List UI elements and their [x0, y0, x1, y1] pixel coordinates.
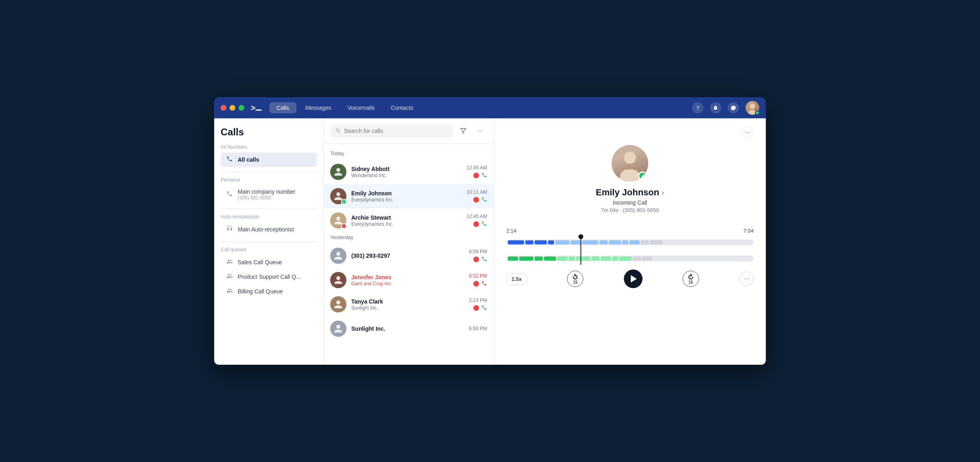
call-time-jennifer: 6:52 PM: [469, 273, 487, 279]
settings-button[interactable]: [728, 102, 739, 113]
avatar-body: [620, 169, 640, 182]
call-avatar-archie: –: [330, 212, 346, 229]
help-icon-button[interactable]: ?: [692, 102, 703, 113]
call-time-unknown: 6:59 PM: [469, 249, 487, 255]
call-meta-sunlight: 6:59 PM: [469, 326, 487, 332]
call-name-jennifer: Jennifer Jones: [351, 274, 464, 280]
notifications-button[interactable]: [710, 102, 721, 113]
skip-back-label: 15: [573, 280, 578, 284]
call-avatar-tanya: [330, 296, 346, 312]
sidebar-item-main-number[interactable]: Main company number (305) 901-5650: [221, 185, 317, 204]
maximize-button[interactable]: [239, 105, 244, 111]
titlebar-right: ?: [692, 101, 759, 115]
auto-receptionists-label: Auto-receptionists: [221, 214, 317, 220]
waveform-visual[interactable]: [506, 236, 754, 265]
all-calls-label: All calls: [238, 156, 259, 163]
sidebar-item-sales-queue[interactable]: Sales Call Queue: [221, 255, 317, 270]
skip-forward-button[interactable]: 15: [683, 271, 699, 287]
app-window: >⚊ Calls Messages Voicemails Contacts ?: [214, 97, 766, 365]
phone-icon-archie: [481, 221, 487, 228]
auto-receptionist-icon: [226, 225, 234, 233]
svg-point-9: [748, 278, 749, 279]
sidebar: Calls All Numbers All calls Personal Mai…: [214, 118, 324, 365]
call-item-jennifer[interactable]: Jennifer Jones Gard and Cray Inc. 6:52 P…: [324, 268, 494, 292]
call-name-unknown: (301) 293-0297: [351, 252, 464, 259]
call-item-archie[interactable]: – Archie Stewart Everydynamics Inc. 12:4…: [324, 208, 494, 233]
sidebar-item-all-calls[interactable]: All calls: [221, 152, 317, 167]
user-avatar[interactable]: [746, 101, 759, 115]
recording-dot-archie: [473, 221, 479, 227]
waveform-bottom-track: [506, 256, 754, 261]
svg-point-1: [478, 130, 479, 131]
call-name-tanya: Tanya Clark: [351, 298, 464, 305]
traffic-lights: [221, 105, 244, 111]
app-logo: >⚊: [251, 103, 261, 113]
play-triangle-icon: [631, 275, 637, 282]
divider-2: [221, 209, 317, 209]
svg-point-4: [745, 132, 746, 133]
sidebar-item-auto-receptionist[interactable]: Main Auto-receptionist: [221, 222, 317, 237]
close-button[interactable]: [221, 105, 226, 111]
contact-link-arrow[interactable]: ›: [662, 188, 664, 197]
contact-name: Emily Johnson: [596, 187, 659, 198]
play-button[interactable]: [624, 270, 643, 288]
filter-button[interactable]: [456, 124, 470, 138]
call-icons-emily: [473, 197, 487, 203]
call-item-emily[interactable]: ✓ Emily Johnson Everydynamics Inc. 10:11…: [324, 184, 494, 208]
recording-dot-jennifer: [473, 281, 479, 287]
nav-tabs: Calls Messages Voicemails Contacts: [269, 102, 692, 113]
recording-dot-emily: [473, 197, 479, 203]
billing-queue-label: Billing Call Queue: [238, 288, 283, 295]
search-input-wrapper[interactable]: [330, 124, 453, 138]
more-options-button[interactable]: [473, 124, 487, 138]
call-avatar-emily: ✓: [330, 188, 346, 204]
detail-more-button[interactable]: [741, 126, 754, 139]
recording-dot-unknown: [473, 257, 479, 262]
contact-duration: 7m 04s · (305) 901-5650: [601, 207, 659, 213]
sidebar-title: Calls: [221, 126, 317, 138]
waveform-top-track: [506, 240, 754, 245]
call-time-sidney: 12:45 AM: [466, 165, 487, 171]
call-item-sidney[interactable]: Sidney Abbott Wonderland Inc. 12:45 AM: [324, 160, 494, 184]
contact-call-type: Incoming Call: [613, 199, 647, 206]
svg-point-8: [746, 278, 747, 279]
skip-back-button[interactable]: 15: [567, 271, 583, 287]
call-meta-unknown: 6:59 PM: [469, 249, 487, 263]
search-icon: [335, 128, 341, 135]
player-more-button[interactable]: [739, 272, 754, 286]
tab-calls[interactable]: Calls: [269, 102, 297, 113]
auto-receptionist-label: Main Auto-receptionist: [238, 226, 294, 233]
tab-contacts[interactable]: Contacts: [384, 102, 421, 113]
call-info-tanya: Tanya Clark Sunlight Inc.: [351, 298, 464, 311]
all-numbers-label: All Numbers: [221, 144, 317, 150]
search-input[interactable]: [344, 128, 448, 134]
call-item-sunlight[interactable]: Sunlight Inc. 6:59 PM: [324, 317, 494, 341]
calls-search-bar: [324, 118, 494, 144]
tab-messages[interactable]: Messages: [298, 102, 339, 113]
main-number-content: Main company number (305) 901-5650: [238, 188, 295, 201]
call-icons-sidney: [473, 172, 487, 179]
contact-name-row: Emily Johnson ›: [596, 187, 664, 198]
call-time-emily: 10:11 AM: [466, 189, 487, 195]
detail-panel: ✓ Emily Johnson › Incoming Call 7m 04s ·…: [494, 118, 766, 365]
phone-icon-2: [226, 190, 234, 199]
svg-point-7: [744, 278, 745, 279]
minimize-button[interactable]: [230, 105, 235, 111]
svg-point-6: [749, 132, 750, 133]
main-content: Calls All Numbers All calls Personal Mai…: [214, 118, 766, 365]
phone-icon-unknown: [481, 256, 487, 263]
call-item-tanya[interactable]: Tanya Clark Sunlight Inc. 2:23 PM: [324, 292, 494, 317]
playhead: [580, 236, 581, 265]
call-meta-emily: 10:11 AM: [466, 189, 487, 203]
contact-online-badge: ✓: [638, 171, 647, 180]
call-meta-archie: 12:45 AM: [466, 214, 487, 228]
sidebar-item-product-support-queue[interactable]: Product Support Call Q...: [221, 270, 317, 284]
speed-button[interactable]: 1.5x: [506, 273, 527, 285]
sidebar-item-billing-queue[interactable]: Billing Call Queue: [221, 284, 317, 299]
svg-point-2: [480, 130, 481, 131]
call-name-archie: Archie Stewart: [351, 214, 462, 221]
tab-voicemails[interactable]: Voicemails: [340, 102, 382, 113]
call-item-unknown[interactable]: (301) 293-0297 6:59 PM: [324, 244, 494, 268]
sales-queue-label: Sales Call Queue: [238, 259, 282, 265]
call-name-sunlight: Sunlight Inc.: [351, 325, 464, 332]
